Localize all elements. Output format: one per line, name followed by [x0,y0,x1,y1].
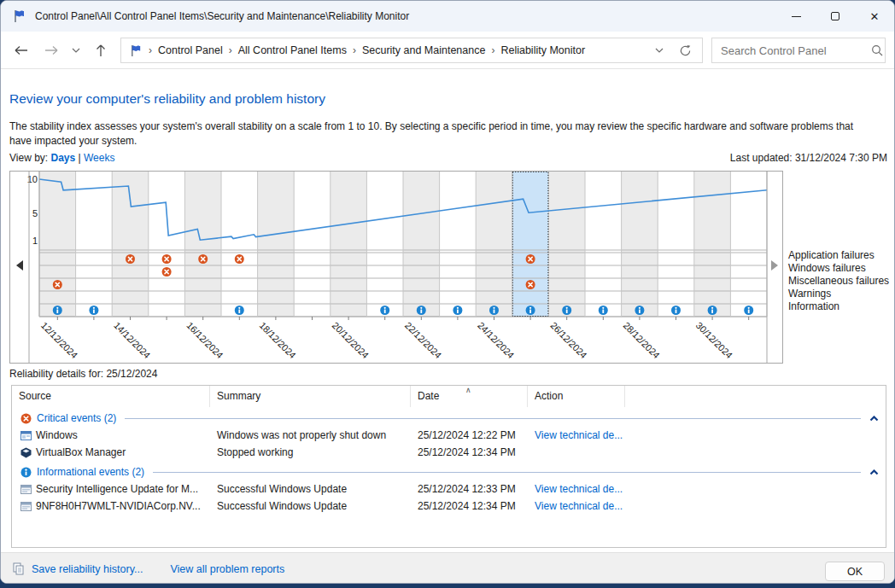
column-header-date[interactable]: ∧ Date [411,386,528,407]
search-box[interactable] [711,38,886,63]
failure-event-icon[interactable] [162,254,172,264]
chart-day-band [258,172,295,317]
information-event-icon[interactable] [744,306,753,315]
event-row[interactable]: VirtualBox ManagerStopped working25/12/2… [12,444,886,461]
event-source: Windows [36,429,78,441]
group-label: Informational events (2) [37,466,144,478]
information-event-icon[interactable] [671,306,681,315]
view-technical-details-link[interactable]: View technical de... [535,500,623,512]
forward-button[interactable] [40,32,62,69]
up-button[interactable] [90,32,112,69]
view-all-problem-reports-link[interactable]: View all problem reports [170,563,284,575]
column-header-summary[interactable]: Summary [210,386,411,407]
view-by-row: View by: Days | Weeks Last updated: 31/1… [9,152,887,164]
breadcrumb-item-reliability-monitor[interactable]: Reliability Monitor [500,44,585,56]
page-description: The stability index assesses your system… [9,119,870,148]
address-dropdown-icon[interactable] [655,48,664,53]
minimize-button[interactable] [776,1,816,32]
x-tick-label: 22/12/2024 [403,320,443,360]
group-row-informational: Informational events (2) [12,463,886,480]
information-event-icon[interactable] [708,306,717,315]
search-icon[interactable] [871,44,892,56]
footer-bar: Save reliability history... View all pro… [1,552,894,584]
column-header-source[interactable]: Source [12,386,210,407]
close-button[interactable]: ✕ [855,1,894,32]
refresh-icon[interactable] [679,44,692,57]
view-by-days-link[interactable]: Days [50,152,75,164]
information-event-icon[interactable] [599,306,608,315]
failure-event-icon[interactable] [53,280,62,289]
chart-day-band [39,172,76,317]
ok-button[interactable]: OK [825,562,885,581]
breadcrumb-item-control-panel[interactable]: Control Panel [158,44,223,56]
event-row[interactable]: WindowsWindows was not properly shut dow… [12,427,886,444]
y-tick-label: 5 [32,208,38,218]
failure-event-icon[interactable] [235,254,244,264]
breadcrumb-separator-icon: › [149,44,152,56]
table-body: Critical events (2)WindowsWindows was no… [12,410,886,515]
view-technical-details-link[interactable]: View technical de... [535,429,623,441]
details-table: Source Summary ∧ Date Action Critical ev… [11,385,886,548]
failure-event-icon[interactable] [126,254,135,264]
scroll-right-icon[interactable] [771,260,778,271]
information-event-icon[interactable] [526,306,535,315]
x-tick-label: 20/12/2024 [331,320,371,360]
information-event-icon[interactable] [635,306,644,315]
column-header-filler [625,386,886,407]
x-tick-label: 14/12/2024 [112,320,152,360]
collapse-group-icon[interactable] [869,469,879,475]
information-event-icon[interactable] [489,306,499,315]
information-event-icon[interactable] [562,306,571,315]
legend-item: Windows failures [788,262,889,275]
update-icon [20,501,32,512]
event-date: 25/12/2024 12:34 PM [411,446,528,458]
back-button[interactable] [9,32,32,69]
column-header-action[interactable]: Action [528,386,625,407]
legend-item: Miscellaneous failures [788,275,889,288]
information-event-icon[interactable] [89,306,98,315]
event-date: 25/12/2024 12:33 PM [411,483,528,495]
x-tick-label: 18/12/2024 [257,320,297,360]
breadcrumb-separator-icon: › [353,44,356,56]
chart-day-band [403,172,440,317]
selected-day-column[interactable] [512,172,549,317]
event-row[interactable]: Security Intelligence Update for M...Suc… [12,480,886,498]
view-by-controls: View by: Days | Weeks [9,152,114,164]
information-event-icon[interactable] [235,306,244,315]
event-date: 25/12/2024 12:22 PM [411,429,528,441]
search-input[interactable] [712,44,871,57]
collapse-group-icon[interactable] [869,416,879,422]
security-flag-icon [13,9,26,23]
event-source: Security Intelligence Update for M... [36,483,198,495]
group-label: Critical events (2) [37,412,116,424]
event-action: View technical de... [528,483,625,495]
breadcrumb-item-security-and-maintenance[interactable]: Security and Maintenance [362,44,486,56]
minimize-icon [792,16,801,17]
address-bar[interactable]: ›Control Panel›All Control Panel Items›S… [120,38,703,63]
save-reliability-history-link[interactable]: Save reliability history... [32,563,143,575]
chart-day-band [622,172,658,317]
scroll-left-icon[interactable] [16,260,23,271]
view-technical-details-link[interactable]: View technical de... [535,483,623,495]
x-tick-label: 24/12/2024 [476,320,516,360]
window-title: Control Panel\All Control Panel Items\Se… [35,10,409,22]
maximize-button[interactable] [816,1,855,32]
information-event-icon[interactable] [417,306,426,315]
legend-item: Information [788,300,889,313]
stability-chart[interactable]: 12/12/202414/12/202416/12/202418/12/2024… [9,171,783,364]
recent-pages-dropdown[interactable] [66,32,86,69]
failure-event-icon[interactable] [526,280,535,289]
failure-event-icon[interactable] [162,267,172,277]
breadcrumb-item-all-control-panel-items[interactable]: All Control Panel Items [238,44,347,56]
event-row[interactable]: 9NF8H0H7WMLT-NVIDIACorp.NV...Successful … [12,498,886,515]
info-icon [20,467,32,478]
information-event-icon[interactable] [380,306,389,315]
information-event-icon[interactable] [53,306,62,315]
information-event-icon[interactable] [453,306,462,315]
chart-day-band [694,172,731,317]
failure-event-icon[interactable] [526,254,535,264]
view-by-weeks-link[interactable]: Weeks [84,152,114,164]
breadcrumb-separator-icon: › [491,44,494,56]
title-bar: Control Panel\All Control Panel Items\Se… [1,1,894,32]
failure-event-icon[interactable] [198,254,208,264]
